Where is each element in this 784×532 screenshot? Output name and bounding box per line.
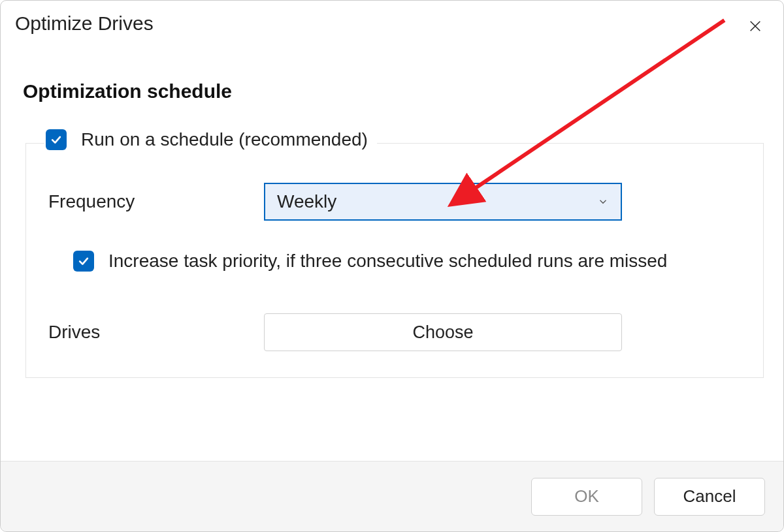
frequency-value: Weekly: [277, 191, 336, 212]
increase-priority-label: Increase task priority, if three consecu…: [108, 251, 667, 272]
frequency-label: Frequency: [48, 191, 264, 212]
section-heading: Optimization schedule: [23, 80, 764, 102]
choose-drives-button[interactable]: Choose: [264, 313, 622, 351]
choose-button-label: Choose: [412, 322, 473, 343]
checkmark-icon: [50, 133, 63, 146]
frequency-dropdown[interactable]: Weekly: [264, 183, 622, 221]
close-button[interactable]: [740, 11, 770, 41]
run-on-schedule-row: Run on a schedule (recommended): [44, 129, 377, 150]
dialog-footer: OK Cancel: [1, 461, 783, 531]
increase-priority-row: Increase task priority, if three consecu…: [73, 251, 741, 272]
ok-button-label: OK: [574, 486, 599, 507]
run-on-schedule-checkbox[interactable]: [46, 129, 67, 150]
increase-priority-checkbox[interactable]: [73, 251, 94, 272]
cancel-button[interactable]: Cancel: [654, 478, 765, 516]
drives-label: Drives: [48, 322, 264, 343]
chevron-down-icon: [597, 196, 609, 208]
ok-button[interactable]: OK: [531, 478, 642, 516]
run-on-schedule-label: Run on a schedule (recommended): [81, 129, 368, 150]
window-title: Optimize Drives: [15, 12, 154, 35]
drives-row: Drives Choose: [48, 313, 741, 351]
checkmark-icon: [77, 255, 90, 268]
schedule-fieldset: Run on a schedule (recommended) Frequenc…: [25, 143, 764, 378]
dialog-content: Optimization schedule Run on a schedule …: [1, 41, 783, 461]
close-icon: [748, 19, 762, 33]
cancel-button-label: Cancel: [683, 486, 736, 507]
frequency-row: Frequency Weekly: [48, 183, 741, 221]
titlebar: Optimize Drives: [1, 1, 783, 41]
optimize-drives-dialog: Optimize Drives Optimization schedule Ru…: [0, 0, 784, 532]
